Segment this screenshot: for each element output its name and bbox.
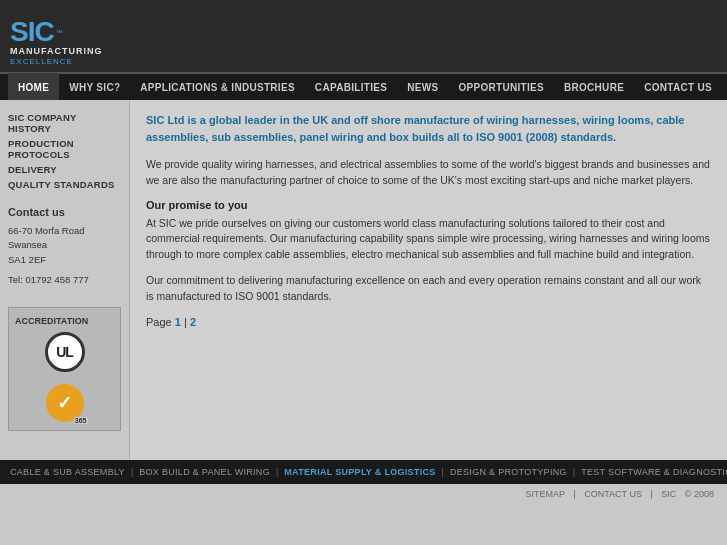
iso-checkmark-icon: ✓ [57, 392, 72, 414]
iso-365-text: 365 [74, 417, 88, 424]
ul-logo: UL [45, 332, 85, 372]
sidebar-link-history[interactable]: SIC COMPANY HISTORY [8, 110, 121, 136]
content-para1: We provide quality wiring harnesses, and… [146, 157, 711, 189]
footer-copyright: © 2008 [685, 489, 714, 499]
footer-contact-link[interactable]: CONTACT US [584, 489, 642, 499]
content-para3: Our commitment to delivering manufacturi… [146, 273, 711, 305]
accreditation-title: ACCREDITATION [15, 316, 114, 326]
sidebar-link-quality[interactable]: QUALITY STANDARDS [8, 177, 121, 192]
footer-bottom: SITEMAP | CONTACT US | SIC © 2008 [0, 484, 727, 504]
main-nav: HOME WHY SIC? APPLICATIONS & INDUSTRIES … [0, 72, 727, 100]
logo-excellence: EXCELLENCE [10, 57, 73, 66]
logo-manufacturing: MANUFACTURING [10, 46, 103, 57]
footer-nav-test[interactable]: TEST SOFTWARE & DIAGNOSTICS [581, 467, 727, 477]
footer-nav-cable[interactable]: CABLE & SUB ASSEMBLY [10, 467, 125, 477]
content-para2: At SIC we pride ourselves on giving our … [146, 216, 711, 263]
footer-nav: CABLE & SUB ASSEMBLY | BOX BUILD & PANEL… [0, 460, 727, 484]
contact-tel-number: 01792 458 777 [25, 274, 88, 285]
sidebar-link-delivery[interactable]: DELIVERY [8, 162, 121, 177]
content-intro: SIC Ltd is a global leader in the UK and… [146, 112, 711, 145]
logo-sic: SIC ™ [10, 18, 63, 46]
nav-item-capabilities[interactable]: CAPABILITIES [305, 73, 397, 101]
footer-nav-box-build[interactable]: BOX BUILD & PANEL WIRING [139, 467, 270, 477]
nav-item-why-sic[interactable]: WHY SIC? [59, 73, 130, 101]
logo-sic-text: SIC [10, 18, 54, 46]
nav-item-brochure[interactable]: BROCHURE [554, 73, 634, 101]
header: SIC ™ MANUFACTURING EXCELLENCE [0, 0, 727, 72]
sidebar-link-protocols[interactable]: PRODUCTION PROTOCOLS [8, 136, 121, 162]
nav-item-applications[interactable]: APPLICATIONS & INDUSTRIES [130, 73, 305, 101]
logo-container: SIC ™ MANUFACTURING EXCELLENCE [10, 18, 103, 66]
sidebar-accreditation: ACCREDITATION UL ✓ 365 [8, 307, 121, 431]
sidebar-contact: Contact us 66-70 Morfa Road Swansea SA1 … [8, 206, 121, 287]
page-label: Page [146, 316, 172, 328]
nav-item-home[interactable]: HOME [8, 73, 59, 101]
contact-address: 66-70 Morfa Road Swansea SA1 2EF [8, 224, 121, 267]
sidebar: SIC COMPANY HISTORY PRODUCTION PROTOCOLS… [0, 100, 130, 460]
content-subheading: Our promise to you [146, 199, 711, 211]
nav-item-news[interactable]: NEWS [397, 73, 448, 101]
main-content: SIC Ltd is a global leader in the UK and… [130, 100, 727, 460]
content-pagination: Page 1 | 2 [146, 316, 711, 328]
footer-nav-material[interactable]: MATERIAL SUPPLY & LOGISTICS [284, 467, 435, 477]
nav-item-contact[interactable]: CONTACT US [634, 73, 722, 101]
contact-tel: Tel: 01792 458 777 [8, 273, 121, 287]
main-area: SIC COMPANY HISTORY PRODUCTION PROTOCOLS… [0, 100, 727, 460]
footer-sep1: | [573, 489, 575, 499]
contact-address-line2: Swansea [8, 239, 47, 250]
footer-bottom-links: SITEMAP | CONTACT US | SIC © 2008 [522, 489, 717, 499]
nav-item-opportunities[interactable]: OPPORTUNITIES [448, 73, 554, 101]
footer-nav-design[interactable]: DESIGN & PROTOTYPING [450, 467, 567, 477]
iso-logo-container: ✓ 365 [46, 384, 84, 422]
footer-sic-link[interactable]: SIC [661, 489, 676, 499]
footer-sitemap-link[interactable]: SITEMAP [525, 489, 565, 499]
page-2-link[interactable]: 2 [190, 316, 196, 328]
logo-tm-text: ™ [56, 29, 63, 36]
contact-tel-label: Tel: [8, 274, 23, 285]
page-1-link[interactable]: 1 [175, 316, 181, 328]
ul-logo-text: UL [56, 344, 73, 360]
page-sep: | [184, 316, 187, 328]
contact-title: Contact us [8, 206, 121, 218]
footer-sep2: | [650, 489, 652, 499]
contact-address-line3: SA1 2EF [8, 254, 46, 265]
contact-address-line1: 66-70 Morfa Road [8, 225, 85, 236]
